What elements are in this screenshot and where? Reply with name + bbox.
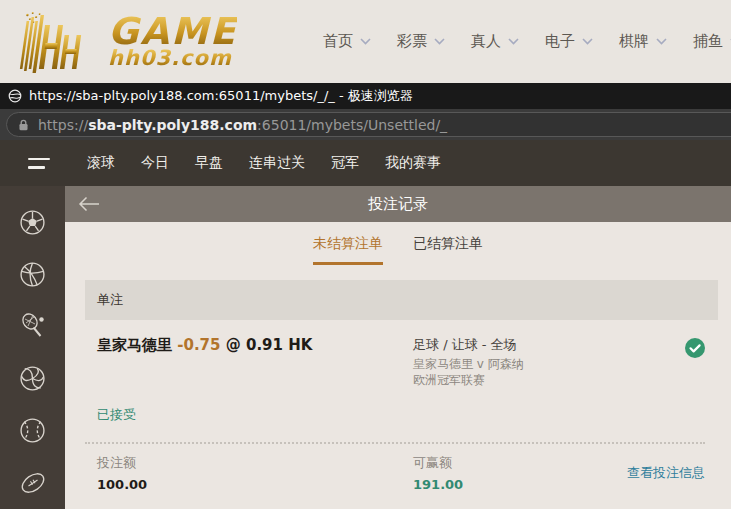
back-arrow-icon[interactable] <box>78 196 100 212</box>
page-header: 投注记录 <box>65 186 731 222</box>
tennis-icon[interactable] <box>0 300 65 352</box>
url-domain: sba-plty.poly188.com <box>88 117 257 133</box>
view-bet-details-link[interactable]: 查看投注信息 <box>627 464 705 482</box>
bet-odds: 0.91 HK <box>246 336 312 354</box>
bet-amounts-row: 投注额 100.00 可赢额 191.00 查看投注信息 <box>97 454 705 492</box>
logo-text: GAME hh03.com <box>108 14 237 69</box>
sports-nav-today[interactable]: 今日 <box>128 154 182 172</box>
nav-item-fishing[interactable]: 捕鱼 <box>693 32 731 51</box>
hh-monogram-icon <box>12 11 104 73</box>
bet-tabs: 未结算注单 已结算注单 <box>65 222 731 265</box>
bet-record: 皇家马德里 -0.75 @ 0.91 HK 足球 / 让球 - 全场 皇家马德里… <box>97 336 718 388</box>
sports-nav-outright[interactable]: 冠军 <box>318 154 372 172</box>
section-label: 单注 <box>97 291 123 309</box>
nav-item-lottery[interactable]: 彩票 <box>397 32 445 51</box>
browser-title-bar: https://sba-plty.poly188.com:65011/mybet… <box>0 83 731 109</box>
sports-nav-my-events[interactable]: 我的赛事 <box>372 154 454 172</box>
nav-item-live[interactable]: 真人 <box>471 32 519 51</box>
logo-subtitle: hh03.com <box>108 49 237 69</box>
url-text: https://sba-plty.poly188.com:65011/mybet… <box>38 117 447 133</box>
chevron-down-icon <box>582 38 593 45</box>
main-region: 投注记录 未结算注单 已结算注单 单注 皇家马德里 -0.75 @ 0.91 H… <box>0 186 731 509</box>
chevron-down-icon <box>434 38 445 45</box>
divider <box>85 442 705 444</box>
bet-info: 足球 / 让球 - 全场 皇家马德里 v 阿森纳 欧洲冠军联赛 <box>413 336 684 388</box>
bets-page: 投注记录 未结算注单 已结算注单 单注 皇家马德里 -0.75 @ 0.91 H… <box>65 186 731 509</box>
chevron-down-icon <box>656 38 667 45</box>
chevron-down-icon <box>360 38 371 45</box>
bet-league: 欧洲冠军联赛 <box>413 372 684 388</box>
sport-rail <box>0 186 65 509</box>
window-title: https://sba-plty.poly188.com:65011/mybet… <box>29 87 413 105</box>
win-value: 191.00 <box>413 477 627 492</box>
nav-item-home[interactable]: 首页 <box>323 32 371 51</box>
sports-nav-inplay[interactable]: 滚球 <box>74 154 128 172</box>
stake-block: 投注额 100.00 <box>97 454 413 492</box>
globe-icon <box>8 89 22 103</box>
url-input[interactable]: https://sba-plty.poly188.com:65011/mybet… <box>6 112 731 137</box>
tab-unsettled[interactable]: 未结算注单 <box>313 235 383 265</box>
win-label: 可赢额 <box>413 454 627 472</box>
site-header: GAME hh03.com 首页 彩票 真人 电子 棋牌 捕鱼 <box>0 0 731 83</box>
sports-nav-parlay[interactable]: 连串过关 <box>236 154 318 172</box>
american-football-icon[interactable] <box>0 457 65 509</box>
site-nav: 首页 彩票 真人 电子 棋牌 捕鱼 <box>323 32 731 51</box>
bet-handicap: -0.75 <box>177 336 220 354</box>
volleyball-icon[interactable] <box>0 353 65 405</box>
soccer-icon[interactable] <box>0 196 65 248</box>
nav-item-chess[interactable]: 棋牌 <box>619 32 667 51</box>
accepted-check-icon <box>684 337 706 363</box>
lock-icon <box>18 118 29 132</box>
sports-nav-early[interactable]: 早盘 <box>182 154 236 172</box>
bet-match: 皇家马德里 v 阿森纳 <box>413 356 684 372</box>
menu-icon[interactable] <box>28 158 50 169</box>
logo-title: GAME <box>108 14 237 49</box>
page-title: 投注记录 <box>368 195 428 214</box>
basketball-icon[interactable] <box>0 248 65 300</box>
sports-nav: 滚球 今日 早盘 连串过关 冠军 我的赛事 <box>0 140 731 186</box>
baseball-icon[interactable] <box>0 405 65 457</box>
bet-selection: 皇家马德里 <box>97 336 172 354</box>
bet-selection-line: 皇家马德里 -0.75 @ 0.91 HK <box>97 336 413 355</box>
nav-item-electronic[interactable]: 电子 <box>545 32 593 51</box>
stake-label: 投注额 <box>97 454 413 472</box>
site-logo[interactable]: GAME hh03.com <box>0 11 237 73</box>
tab-settled[interactable]: 已结算注单 <box>413 235 483 265</box>
win-block: 可赢额 191.00 <box>413 454 627 492</box>
at-symbol: @ <box>226 336 241 354</box>
chevron-down-icon <box>508 38 519 45</box>
stake-value: 100.00 <box>97 477 413 492</box>
bet-type-section: 单注 <box>85 280 718 320</box>
browser-address-bar: https://sba-plty.poly188.com:65011/mybet… <box>0 109 731 140</box>
url-scheme: https:// <box>38 117 88 133</box>
bet-status: 已接受 <box>97 406 731 424</box>
bet-market: 足球 / 让球 - 全场 <box>413 336 684 354</box>
url-path: :65011/mybets/Unsettled/_ <box>257 117 447 133</box>
